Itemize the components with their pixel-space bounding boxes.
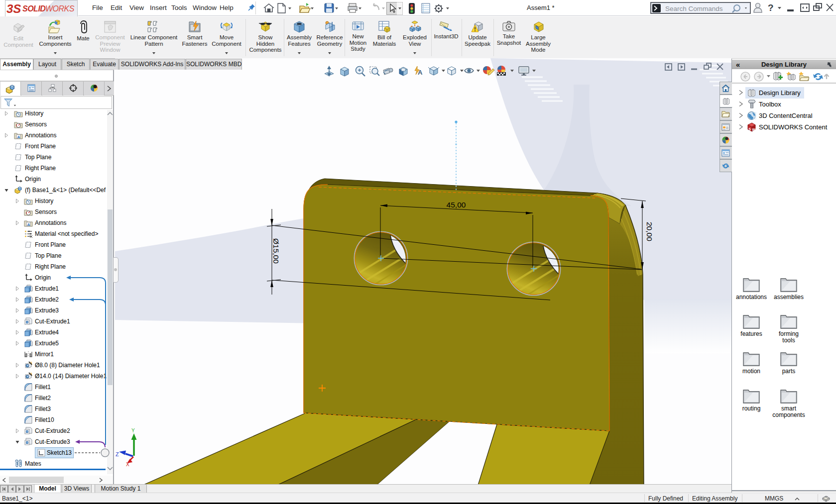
svg-text:S: S bbox=[749, 127, 751, 131]
svg-text:W: W bbox=[752, 128, 756, 131]
svg-text:A: A bbox=[418, 69, 423, 76]
svg-text:X: X bbox=[126, 462, 129, 467]
svg-text:?: ? bbox=[768, 2, 774, 13]
svg-text:20,00: 20,00 bbox=[645, 222, 654, 241]
svg-text:Y: Y bbox=[131, 428, 135, 433]
svg-text:WORKS: WORKS bbox=[45, 4, 75, 13]
svg-text:45,00: 45,00 bbox=[447, 201, 466, 209]
svg-text:Search Commands: Search Commands bbox=[665, 5, 723, 12]
svg-text:Z: Z bbox=[116, 451, 119, 457]
svg-text:Ø15,00: Ø15,00 bbox=[272, 238, 280, 264]
svg-text:SOLID: SOLID bbox=[22, 4, 46, 13]
svg-text:3S: 3S bbox=[6, 2, 21, 15]
